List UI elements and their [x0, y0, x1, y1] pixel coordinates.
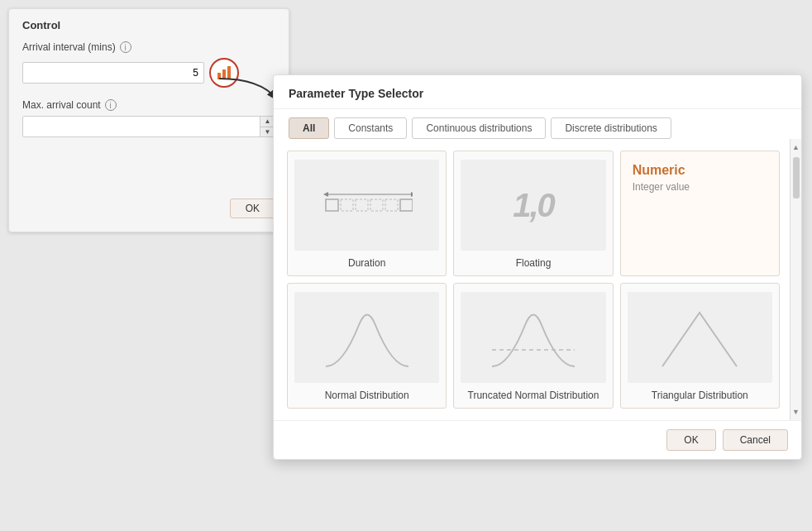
control-ok-button[interactable]: OK: [230, 199, 275, 218]
normal-label: Normal Distribution: [325, 390, 409, 401]
tab-all[interactable]: All: [289, 117, 329, 139]
max-arrival-label: Max. arrival count i: [22, 99, 275, 111]
floating-visual: 1,0: [461, 160, 605, 251]
card-truncated[interactable]: Truncated Normal Distribution: [453, 283, 613, 409]
scroll-down-arrow[interactable]: ▼: [792, 405, 800, 419]
max-arrival-input-row: ▲ ▼: [22, 116, 275, 137]
triangular-visual: [628, 292, 772, 383]
max-arrival-spinner: ▲ ▼: [22, 116, 275, 137]
card-normal[interactable]: Normal Distribution: [287, 283, 447, 409]
duration-label: Duration: [348, 257, 385, 269]
chart-button[interactable]: [209, 58, 239, 88]
triangular-label: Triangular Distribution: [652, 390, 748, 401]
scrollbar: ▲ ▼: [790, 139, 801, 420]
card-floating[interactable]: 1,0 Floating: [453, 151, 613, 276]
truncated-label: Truncated Normal Distribution: [468, 390, 599, 401]
control-panel: Control Arrival interval (mins) i Max. a…: [8, 8, 289, 232]
scroll-thumb: [793, 157, 800, 199]
floating-text: 1,0: [513, 187, 554, 224]
svg-rect-5: [385, 199, 398, 211]
svg-marker-9: [323, 192, 328, 197]
dialog-footer: OK Cancel: [274, 420, 801, 459]
max-arrival-info-icon[interactable]: i: [105, 99, 117, 111]
svg-rect-6: [400, 199, 413, 211]
numeric-subtitle: Integer value: [633, 181, 767, 193]
chart-icon: [217, 66, 231, 79]
dialog-cancel-button[interactable]: Cancel: [723, 429, 788, 451]
duration-svg: [322, 184, 413, 226]
svg-rect-4: [370, 199, 383, 211]
tab-constants[interactable]: Constants: [334, 117, 407, 139]
tab-bar: All Constants Continuous distributions D…: [274, 109, 801, 139]
card-numeric[interactable]: Numeric Integer value: [620, 151, 780, 276]
dialog-header: Parameter Type Selector: [274, 75, 801, 109]
numeric-title: Numeric: [633, 163, 767, 178]
svg-rect-2: [341, 199, 353, 211]
arrival-input[interactable]: [22, 62, 204, 84]
dialog-title: Parameter Type Selector: [289, 87, 786, 100]
normal-svg: [318, 300, 417, 375]
max-arrival-field[interactable]: [23, 117, 260, 136]
cards-container: Duration 1,0 Floating Numeric Integer va…: [274, 139, 790, 420]
param-dialog: Parameter Type Selector All Constants Co…: [273, 74, 802, 460]
svg-rect-3: [356, 199, 368, 211]
scroll-up-arrow[interactable]: ▲: [792, 141, 800, 154]
arrival-label: Arrival interval (mins) i: [22, 41, 275, 53]
control-title: Control: [22, 19, 275, 31]
arrival-input-row: [22, 58, 275, 88]
normal-visual: [294, 292, 439, 383]
dialog-ok-button[interactable]: OK: [666, 429, 715, 451]
truncated-visual: [461, 292, 605, 383]
card-duration[interactable]: Duration: [287, 151, 447, 276]
tab-continuous[interactable]: Continuous distributions: [412, 117, 546, 139]
triangular-svg: [650, 300, 749, 375]
arrival-info-icon[interactable]: i: [120, 41, 131, 53]
duration-visual: [294, 160, 439, 251]
truncated-svg: [484, 300, 583, 375]
card-triangular[interactable]: Triangular Distribution: [620, 283, 780, 409]
svg-rect-1: [326, 199, 338, 211]
floating-label: Floating: [516, 257, 552, 269]
tab-discrete[interactable]: Discrete distributions: [551, 117, 671, 139]
svg-marker-8: [411, 192, 413, 197]
